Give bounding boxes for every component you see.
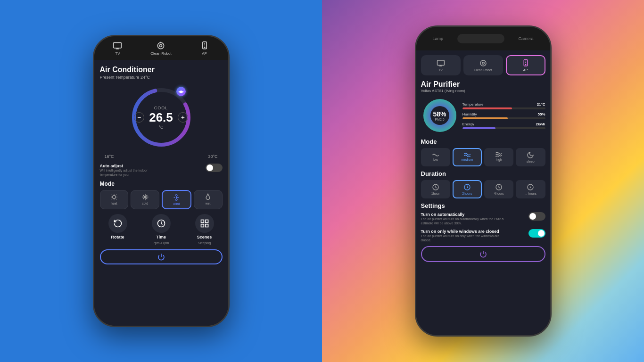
scenes-label: Scenes [197, 235, 212, 239]
action-scenes[interactable]: Scenes Sleeping [195, 214, 214, 245]
bar-hum-value: 55% [537, 112, 545, 116]
gauge-label: PM2.5 [433, 118, 446, 121]
bar-hum-track [462, 117, 545, 119]
ap-bars: Temperature 21°C Humidity 55% [462, 97, 545, 134]
ac-power-button[interactable] [100, 249, 223, 264]
svg-line-19 [112, 199, 112, 199]
ap-duration-row: 1hour 2hours 4hours [421, 180, 545, 198]
mode-wet-label: wet [206, 202, 211, 205]
bar-temp-value: 21°C [537, 102, 545, 107]
dur-2hours[interactable]: 2hours [453, 180, 482, 198]
svg-point-4 [160, 44, 162, 47]
setting-windows-toggle[interactable] [528, 229, 545, 238]
action-time[interactable]: Time 7pm-11pm [152, 214, 171, 245]
ap-gauge: 58% PM2.5 [421, 97, 459, 134]
dur-custom[interactable]: ... hours [516, 180, 545, 198]
tab-ap-left[interactable]: AP [200, 41, 209, 56]
tab-lamp[interactable]: Lamp [432, 36, 443, 41]
ap-mode-high[interactable]: high [484, 148, 513, 166]
ac-screen: Air Conditioner Present Temperature 24°C [94, 60, 228, 326]
ap-mode-sleep[interactable]: sleep [516, 148, 545, 166]
svg-point-46 [530, 187, 531, 187]
svg-point-34 [480, 60, 486, 66]
bar-temp-track [462, 107, 545, 109]
svg-rect-29 [201, 224, 204, 227]
device-tab-clean-robot-label: Clean Robot [474, 68, 492, 72]
scenes-sublabel: Sleeping [198, 241, 211, 245]
rotate-label: Rotate [111, 235, 124, 239]
bar-energy: Energy 2kwh [462, 122, 545, 129]
device-tab-tv-label: TV [438, 68, 443, 72]
temp-unit: °C [158, 125, 163, 130]
temperature-dial[interactable]: ◀▶ COOL − 26.5 + °C [128, 84, 194, 150]
ap-mode-medium[interactable]: medium [453, 148, 482, 166]
device-tab-clean-robot[interactable]: Clean Robot [463, 55, 503, 75]
mode-cold[interactable]: cold [131, 190, 159, 209]
dial-label: COOL [154, 106, 168, 110]
svg-rect-28 [205, 224, 208, 227]
bar-temp-fill [462, 107, 512, 109]
device-tab-ap[interactable]: AP [506, 55, 545, 75]
svg-point-3 [158, 42, 164, 49]
setting-auto-toggle[interactable] [528, 212, 545, 221]
ap-duration-title: Duration [421, 170, 545, 177]
mode-wind[interactable]: wind [162, 190, 191, 209]
temp-max: 30°C [208, 154, 217, 159]
action-rotate[interactable]: Rotate [108, 214, 127, 245]
mode-title-left: Mode [100, 181, 223, 187]
bar-temperature: Temperature 21°C [462, 102, 545, 109]
tab-tv-left[interactable]: TV [113, 41, 122, 56]
temp-range: 16°C 30°C [100, 154, 223, 159]
bar-hum-fill [462, 117, 508, 119]
right-panel: Lamp Camera TV [322, 0, 644, 362]
setting-auto: Turn on automatically The air purifier w… [421, 212, 545, 225]
tab-camera[interactable]: Camera [519, 36, 534, 41]
bar-temp-name: Temperature [462, 102, 484, 107]
auto-adjust-desc: Will intelligently adjust the indoor tem… [100, 168, 166, 177]
bar-hum-name: Humidity [462, 112, 477, 116]
mode-wind-label: wind [173, 202, 180, 206]
time-label: Time [156, 235, 166, 239]
mode-grid: heat cold [100, 190, 223, 209]
ac-title: Air Conditioner [100, 66, 223, 74]
time-sublabel: 7pm-11pm [153, 241, 169, 245]
ap-header: Air Purifier Voltas AST81 (living room) [421, 80, 545, 93]
ap-mode-row: low medium [421, 148, 545, 166]
ap-mode-section: Mode low medium [421, 138, 545, 166]
bar-energy-fill [462, 127, 495, 129]
gauge-percent: 58% [433, 110, 446, 118]
svg-point-35 [482, 62, 484, 65]
bar-humidity: Humidity 55% [462, 112, 545, 119]
setting-auto-desc: The air purifier will turn on automatica… [421, 217, 506, 225]
mode-wet[interactable]: wet [194, 190, 223, 209]
dur-1hour[interactable]: 1hour [421, 180, 450, 198]
svg-line-16 [116, 199, 116, 199]
setting-windows-label: Turn on only while windows are closed [421, 229, 506, 234]
svg-line-15 [112, 195, 112, 195]
ap-power-button[interactable] [421, 246, 545, 262]
ap-title: Air Purifier [421, 80, 545, 89]
dial-handle[interactable]: ◀▶ [176, 87, 186, 96]
setting-windows: Turn on only while windows are closed Th… [421, 229, 545, 242]
ap-mode-title: Mode [421, 138, 545, 145]
device-tab-tv[interactable]: TV [421, 55, 461, 75]
settings-title: Settings [421, 202, 545, 209]
dur-4hours[interactable]: 4hours [484, 180, 513, 198]
bar-energy-name: Energy [462, 122, 474, 126]
ap-subtitle: Voltas AST81 (living room) [421, 89, 545, 93]
tab-clean-robot-left[interactable]: Clean Robot [150, 41, 171, 56]
phone-right: Lamp Camera TV [415, 25, 552, 337]
increase-temp-button[interactable]: + [178, 112, 188, 123]
right-phone-top-tabs: Lamp Camera [416, 27, 550, 50]
rotate-icon [108, 214, 127, 233]
settings-section: Settings Turn on automatically The air p… [421, 202, 545, 242]
svg-point-39 [525, 64, 526, 65]
device-tabs: TV Clean Robot AP [421, 55, 545, 75]
mode-heat[interactable]: heat [100, 190, 129, 209]
dynamic-island [457, 34, 504, 43]
decrease-temp-button[interactable]: − [134, 112, 144, 123]
ap-mode-low[interactable]: low [421, 148, 450, 166]
auto-adjust-toggle[interactable] [206, 164, 223, 172]
svg-point-12 [113, 196, 116, 199]
svg-point-9 [204, 47, 205, 48]
